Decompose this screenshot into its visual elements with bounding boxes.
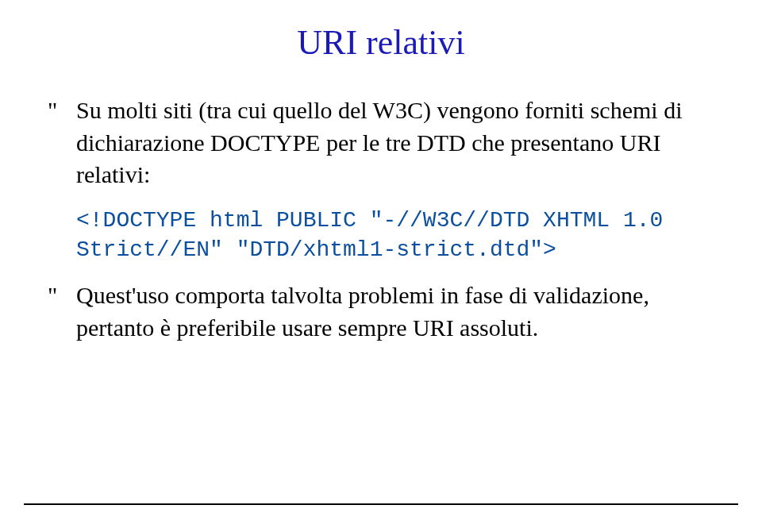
bullet-icon: " bbox=[48, 94, 76, 127]
code-line: <!DOCTYPE html PUBLIC "-//W3C//DTD XHTML… bbox=[76, 208, 663, 233]
bullet-icon: " bbox=[48, 279, 76, 312]
footer-divider bbox=[24, 503, 738, 505]
list-item: " Su molti siti (tra cui quello del W3C)… bbox=[48, 94, 714, 191]
code-line: Strict//EN" "DTD/xhtml1-strict.dtd"> bbox=[76, 237, 556, 262]
slide-page: URI relativi " Su molti siti (tra cui qu… bbox=[0, 0, 762, 532]
paragraph-text: Su molti siti (tra cui quello del W3C) v… bbox=[76, 94, 714, 191]
code-block: <!DOCTYPE html PUBLIC "-//W3C//DTD XHTML… bbox=[76, 206, 714, 266]
list-item: " Quest'uso comporta talvolta problemi i… bbox=[48, 279, 714, 344]
body-content: " Su molti siti (tra cui quello del W3C)… bbox=[48, 94, 714, 344]
page-title: URI relativi bbox=[48, 22, 714, 63]
paragraph-text: Quest'uso comporta talvolta problemi in … bbox=[76, 279, 714, 344]
